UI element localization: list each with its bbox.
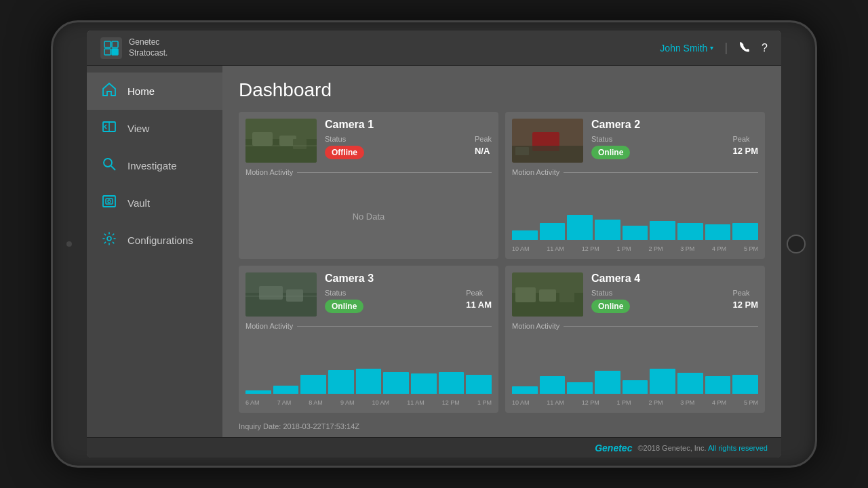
- status-peak-1: Status Offline Peak N/A: [325, 135, 492, 159]
- chart-bar: [677, 223, 703, 240]
- chart-bar: [540, 376, 566, 394]
- home-icon: [100, 82, 118, 100]
- chart-time-label: 5 PM: [744, 399, 758, 406]
- chart-bar: [732, 375, 758, 394]
- vault-icon: [100, 194, 118, 212]
- camera-info-1: Camera 1 Status Offline Peak N/A: [325, 119, 492, 163]
- footer-copyright: ©2018 Genetec, Inc. All rights reserved: [637, 444, 768, 452]
- chart-time-label: 11 AM: [547, 245, 564, 252]
- chart-bar: [512, 386, 538, 394]
- motion-label-3: Motion Activity: [245, 322, 492, 330]
- peak-label-2: Peak: [732, 135, 758, 143]
- peak-value-2: 12 PM: [732, 146, 758, 156]
- camera-thumbnail-1[interactable]: [245, 119, 317, 163]
- chart-bar: [540, 223, 566, 240]
- chart-bar: [732, 223, 758, 240]
- chart-labels-4: 10 AM11 AM12 PM1 PM2 PM3 PM4 PM5 PM: [512, 399, 758, 406]
- status-badge-3: Online: [325, 300, 363, 313]
- chart-time-label: 1 PM: [617, 245, 631, 252]
- svg-point-6: [104, 159, 112, 167]
- sidebar-label-home: Home: [127, 85, 155, 97]
- chart-time-label: 12 PM: [582, 245, 599, 252]
- svg-rect-8: [103, 196, 115, 207]
- camera-top-2: Camera 2 Status Online Peak 12 PM: [512, 119, 758, 163]
- help-icon[interactable]: ?: [762, 42, 768, 54]
- camera-card-3: Camera 3 Status Online Peak 11 AM: [239, 266, 498, 413]
- svg-rect-16: [293, 139, 307, 149]
- gear-icon: [100, 231, 118, 249]
- search-icon: [100, 157, 118, 175]
- sidebar-label-configurations: Configurations: [127, 235, 193, 246]
- no-data-1: No Data: [353, 211, 385, 222]
- svg-rect-31: [559, 291, 574, 302]
- svg-rect-14: [252, 132, 273, 146]
- sidebar-label-view: View: [127, 123, 149, 134]
- chart-time-label: 2 PM: [648, 399, 663, 406]
- chart-bar: [383, 372, 409, 394]
- chart-bar: [328, 370, 354, 394]
- chart-time-label: 11 AM: [547, 399, 564, 406]
- status-label-2: Status: [591, 135, 630, 143]
- camera-card-1: Camera 1 Status Offline Peak N/A: [239, 112, 498, 259]
- main-area: Home View: [87, 66, 781, 437]
- tablet-home-button[interactable]: [787, 235, 806, 253]
- app-name: Genetec Stratocast.: [129, 37, 167, 58]
- peak-label-4: Peak: [732, 289, 758, 297]
- status-label-4: Status: [591, 289, 630, 297]
- sidebar-item-home[interactable]: Home: [87, 73, 222, 110]
- user-menu[interactable]: John Smith: [660, 43, 713, 54]
- svg-rect-0: [104, 41, 111, 47]
- svg-rect-24: [259, 286, 283, 300]
- chart-area-3: 6 AM7 AM8 AM9 AM10 AM11 AM12 PM1 PM: [245, 334, 492, 406]
- peak-label-3: Peak: [466, 289, 492, 297]
- chart-bar: [677, 373, 703, 394]
- camera-thumbnail-3[interactable]: [245, 272, 317, 317]
- svg-rect-29: [515, 287, 536, 302]
- chart-time-label: 6 AM: [245, 399, 260, 406]
- chart-time-label: 2 PM: [648, 245, 663, 252]
- tablet-frame: Genetec Stratocast. John Smith | ?: [51, 20, 817, 468]
- camera-thumbnail-4[interactable]: [512, 272, 583, 317]
- status-col-3: Status Online: [325, 289, 363, 313]
- peak-value-4: 12 PM: [732, 300, 758, 310]
- sidebar-item-configurations[interactable]: Configurations: [87, 222, 222, 259]
- header-divider: |: [724, 41, 728, 55]
- camera-thumbnail-2[interactable]: [512, 119, 583, 163]
- chart-area-2: 10 AM11 AM12 PM1 PM2 PM3 PM4 PM5 PM: [512, 180, 758, 252]
- chart-bar: [273, 386, 299, 394]
- peak-value-3: 11 AM: [466, 300, 492, 310]
- phone-icon[interactable]: [738, 41, 751, 56]
- svg-rect-30: [539, 289, 556, 302]
- motion-label-2: Motion Activity: [512, 168, 758, 176]
- camera-info-3: Camera 3 Status Online Peak 11 AM: [325, 272, 492, 317]
- chart-bar: [300, 375, 326, 394]
- status-badge-4: Online: [591, 300, 630, 313]
- status-label-3: Status: [325, 289, 363, 297]
- status-peak-3: Status Online Peak 11 AM: [325, 289, 492, 313]
- chart-time-label: 7 AM: [277, 399, 292, 406]
- camera-name-4: Camera 4: [591, 272, 758, 285]
- logo-area: Genetec Stratocast.: [100, 37, 167, 59]
- sidebar-label-vault: Vault: [127, 197, 150, 209]
- chart-bar: [466, 375, 492, 394]
- peak-col-3: Peak 11 AM: [466, 289, 492, 310]
- chart-bar: [705, 224, 731, 240]
- chart-labels-3: 6 AM7 AM8 AM9 AM10 AM11 AM12 PM1 PM: [245, 399, 492, 406]
- sidebar-item-view[interactable]: View: [87, 110, 222, 147]
- sidebar: Home View: [87, 66, 222, 437]
- chart-time-label: 1 PM: [617, 399, 631, 406]
- chart-time-label: 8 AM: [309, 399, 323, 406]
- sidebar-item-vault[interactable]: Vault: [87, 184, 222, 222]
- peak-label-1: Peak: [475, 135, 492, 143]
- peak-col-4: Peak 12 PM: [732, 289, 758, 310]
- svg-rect-3: [112, 49, 118, 55]
- svg-rect-9: [106, 199, 113, 204]
- page-title: Dashboard: [239, 79, 765, 101]
- svg-rect-25: [286, 289, 303, 302]
- chart-time-label: 11 AM: [407, 399, 425, 406]
- sidebar-item-investigate[interactable]: Investigate: [87, 147, 222, 184]
- chart-bar: [567, 382, 593, 394]
- chart-labels-2: 10 AM11 AM12 PM1 PM2 PM3 PM4 PM5 PM: [512, 245, 758, 252]
- status-peak-2: Status Online Peak 12 PM: [591, 135, 758, 159]
- motion-label-1: Motion Activity: [245, 168, 492, 176]
